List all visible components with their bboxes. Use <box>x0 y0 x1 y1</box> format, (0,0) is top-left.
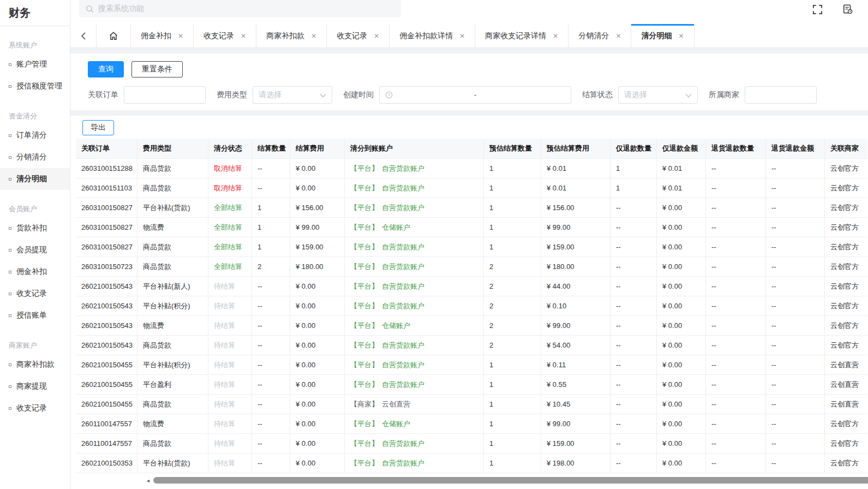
scrollbar-thumb[interactable] <box>153 477 868 484</box>
table-cell-return-amt: -- <box>766 395 825 414</box>
table-cell-refund-qty: -- <box>610 296 657 315</box>
table-cell-fee: 平台补贴(货款) <box>137 454 208 473</box>
filter-field: 费用类型请选择 <box>217 86 332 104</box>
tab-item[interactable]: 佣金补扣✕ <box>131 24 194 47</box>
table-header-row: 关联订单费用类型清分状态结算数量结算费用清分到账账户预估结算数量预估结算费用仅退… <box>76 139 867 159</box>
status-badge: 待结算 <box>208 454 252 473</box>
sidebar-item[interactable]: 账户管理 <box>0 53 70 75</box>
table-cell-fee: 商品货款 <box>137 257 208 276</box>
bill-log-icon[interactable] <box>843 4 853 14</box>
tab-close-icon[interactable]: ✕ <box>311 32 316 40</box>
tab-close-icon[interactable]: ✕ <box>459 32 465 40</box>
scrollbar-left-arrow-icon[interactable]: ◂ <box>147 478 153 484</box>
table-cell-est-amt: ¥ 0.01 <box>541 178 610 198</box>
status-badge: 全部结算 <box>208 237 252 257</box>
filter-text-input[interactable] <box>124 86 206 104</box>
table-cell-order: 2603100151288 <box>76 159 137 178</box>
sidebar: 财务 系统账户账户管理授信额度管理资金清分订单清分分销清分清分明细会员账户货款补… <box>0 0 70 489</box>
sidebar-item[interactable]: 商家提现 <box>0 375 70 397</box>
table-cell-fee: 商品货款 <box>137 237 208 257</box>
table-cell-qty: -- <box>252 296 290 315</box>
table-row: 2603100150723商品货款全部结算2¥ 180.00【平台】自营货款账户… <box>76 257 867 277</box>
table-row: 2602100150543物流费待结算--¥ 0.00【平台】仓储账户2¥ 99… <box>76 316 867 336</box>
table-header-cell: 关联订单 <box>76 139 137 158</box>
tab-close-icon[interactable]: ✕ <box>615 32 621 40</box>
tab-close-icon[interactable]: ✕ <box>241 32 246 40</box>
table-cell-return-amt: -- <box>766 296 825 315</box>
search-icon <box>86 5 98 13</box>
table-cell-merchant: 云创官方 <box>825 198 867 217</box>
filter-field: 结算状态请选择 <box>582 86 698 104</box>
account-name: 自营货款账户 <box>382 183 424 193</box>
table-cell-return-qty: -- <box>706 336 766 355</box>
filter-select[interactable]: 请选择 <box>253 86 332 104</box>
tab-item[interactable]: 商家收支记录详情✕ <box>475 24 568 47</box>
table-cell-return-amt: -- <box>766 277 825 296</box>
reset-button[interactable]: 重置条件 <box>131 61 183 77</box>
tab-scroll-left-button[interactable] <box>70 24 97 47</box>
table-row: 2602100150543平台补贴(积分)待结算--¥ 0.00【平台】自营货款… <box>76 296 867 316</box>
square-bullet-icon <box>9 271 11 273</box>
sidebar-item[interactable]: 授信账单 <box>0 305 70 326</box>
table-cell-qty: -- <box>252 395 290 414</box>
search-input[interactable]: 搜索系统功能 <box>79 0 401 17</box>
sidebar-item[interactable]: 货款补扣 <box>0 217 70 239</box>
table-cell-order: 2601100147557 <box>76 434 137 453</box>
table-cell-refund-amt: ¥ 0.00 <box>657 336 706 355</box>
horizontal-scrollbar[interactable]: ◂ <box>147 476 868 484</box>
table-cell-return-amt: -- <box>766 375 825 394</box>
filter-text-input[interactable] <box>745 86 817 104</box>
tab-close-icon[interactable]: ✕ <box>553 32 558 40</box>
filter-row: 关联订单费用类型请选择创建时间-结算状态请选择所属商家 <box>88 86 868 104</box>
tab-item[interactable]: 商家补扣款✕ <box>256 24 327 47</box>
table-cell-refund-qty: 1 <box>610 178 657 198</box>
sidebar-item[interactable]: 订单清分 <box>0 124 70 146</box>
table-cell-merchant: 云创官方 <box>825 296 867 315</box>
sidebar-item[interactable]: 佣金补扣 <box>0 261 70 283</box>
status-badge: 待结算 <box>208 355 252 374</box>
fullscreen-icon[interactable] <box>813 5 822 14</box>
table-cell-refund-amt: ¥ 0.00 <box>657 454 706 473</box>
tab-item[interactable]: 收支记录✕ <box>327 24 390 47</box>
table-cell-est-qty: 1 <box>484 355 541 374</box>
account-tag: 【平台】 <box>350 301 379 311</box>
table-cell-est-qty: 1 <box>484 159 541 178</box>
table-cell-fee-amt: ¥ 0.00 <box>290 178 345 198</box>
sidebar-item[interactable]: 授信额度管理 <box>0 75 70 97</box>
sidebar-item[interactable]: 分销清分 <box>0 146 70 168</box>
table-cell-refund-amt: ¥ 0.01 <box>657 178 706 198</box>
tab-item[interactable]: 佣金补扣款详情✕ <box>390 24 475 47</box>
tab-home[interactable] <box>97 24 131 47</box>
filter-field: 关联订单 <box>88 86 206 104</box>
filter-daterange-input[interactable]: - <box>379 86 571 104</box>
table-cell-account: 【平台】自营货款账户 <box>345 198 484 217</box>
tab-close-icon[interactable]: ✕ <box>678 32 684 40</box>
app-root: 财务 系统账户账户管理授信额度管理资金清分订单清分分销清分清分明细会员账户货款补… <box>0 0 868 489</box>
table-cell-fee-amt: ¥ 0.00 <box>290 296 345 315</box>
table-cell-merchant: 云创官方 <box>825 316 867 335</box>
query-button[interactable]: 查询 <box>88 61 124 77</box>
table-cell-refund-amt: ¥ 0.00 <box>657 316 706 335</box>
sidebar-item[interactable]: 商家补扣款 <box>0 354 70 375</box>
export-button[interactable]: 导出 <box>82 120 114 135</box>
sidebar-item-label: 分销清分 <box>16 152 47 162</box>
filter-select[interactable]: 请选择 <box>618 86 698 104</box>
tab-close-icon[interactable]: ✕ <box>374 32 379 40</box>
table-cell-return-qty: -- <box>706 296 766 315</box>
filter-actions: 查询 重置条件 <box>88 61 868 77</box>
tab-item[interactable]: 分销清分✕ <box>568 24 631 47</box>
table-cell-refund-qty: -- <box>610 375 657 394</box>
tab-item[interactable]: 收支记录✕ <box>194 24 256 47</box>
sidebar-item[interactable]: 收支记录 <box>0 283 70 305</box>
table-row: 2602100150455商品货款待结算--¥ 0.00【商家】云创直营1¥ 1… <box>76 395 867 414</box>
sidebar-item[interactable]: 收支记录 <box>0 397 70 419</box>
tab-close-icon[interactable]: ✕ <box>178 32 183 40</box>
table-cell-order: 2602100150353 <box>76 454 137 473</box>
table-cell-refund-qty: -- <box>610 336 657 355</box>
table-cell-order: 2602100150543 <box>76 336 137 355</box>
tab-item[interactable]: 清分明细✕ <box>631 24 694 47</box>
square-bullet-icon <box>9 314 11 317</box>
sidebar-item[interactable]: 会员提现 <box>0 239 70 261</box>
table-cell-return-qty: -- <box>706 178 766 198</box>
sidebar-item[interactable]: 清分明细 <box>0 168 70 190</box>
